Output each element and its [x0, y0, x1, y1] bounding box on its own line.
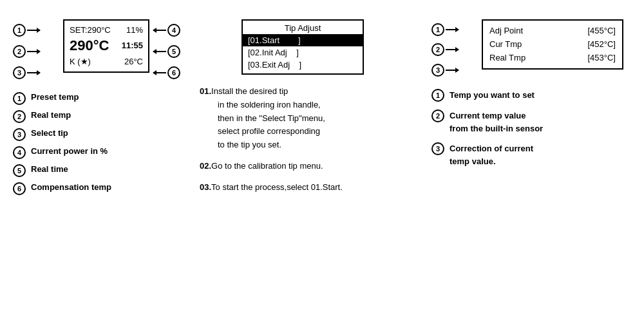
legend-label-2: Real temp: [31, 110, 71, 120]
preset-power: 11%: [126, 24, 143, 36]
arrow-left-4: [153, 30, 166, 31]
circle-1: 1: [13, 24, 26, 37]
right-arrow-item-1: 1: [431, 21, 460, 39]
arrow-left-5: [153, 51, 166, 52]
instructions: 01.Install the desired tip in the solder…: [193, 85, 412, 194]
right-left-arrows: 1 2 3: [431, 19, 460, 80]
instruction-2-line1: 02.Go to the calibration tip menu.: [200, 160, 412, 173]
right-legend-label-3: Correction of currenttemp value.: [450, 142, 533, 167]
right-arrow-item-3: 3: [431, 61, 460, 79]
right-circle-3: 3: [431, 64, 444, 77]
adj-row-1: Adj Point [455°C]: [489, 24, 616, 38]
adj-point-label: Adj Point: [489, 24, 523, 38]
legend-label-1: Preset temp: [31, 92, 79, 102]
tip-label: K (★): [70, 56, 91, 68]
preset-label: SET:290°C: [70, 24, 111, 36]
right-legend-label-1: Temp you want to set: [450, 89, 535, 102]
left-arrow-3: 3: [13, 64, 41, 82]
right-arrows: 4 5 6: [152, 19, 180, 83]
adj-row-2: Cur Tmp [452°C]: [489, 38, 616, 52]
adj-display-box: Adj Point [455°C] Cur Tmp [452°C] Real T…: [482, 19, 623, 70]
legend-circle-3: 3: [13, 128, 26, 141]
right-legend-list: 1 Temp you want to set 2 Current temp va…: [431, 89, 631, 167]
right-section: 1 2 3 Adj Point [455°C]: [412, 19, 631, 303]
legend-item-6: 6 Compensation temp: [13, 182, 180, 195]
tip-adjust-title: Tip Adjust: [243, 23, 363, 34]
right-legend-circle-1: 1: [431, 89, 444, 102]
right-arrow-5: 5: [152, 43, 180, 61]
real-time: 11:55: [122, 40, 143, 52]
legend-list: 1 Preset temp 2 Real temp 3 Select tip 4…: [13, 92, 180, 195]
arrow-left-6: [153, 72, 166, 73]
right-arrow-item-2: 2: [431, 41, 460, 59]
circle-2: 2: [13, 45, 26, 58]
real-tmp-val: [453°C]: [587, 52, 616, 65]
tip-adjust-item-3: [03.Exit Adj ]: [243, 59, 363, 71]
real-tmp-label: Real Tmp: [489, 52, 526, 65]
arrow-right-1: [27, 30, 40, 31]
right-legend-circle-3: 3: [431, 142, 444, 155]
right-circle-1: 1: [431, 23, 444, 36]
instruction-block-3: 03.To start the process,select 01.Start.: [200, 181, 412, 194]
display-row-real: 290°C 11:55: [70, 36, 143, 56]
cur-tmp-val: [452°C]: [587, 38, 616, 52]
instruction-block-2: 02.Go to the calibration tip menu.: [200, 160, 412, 173]
comp-temp: 26°C: [124, 56, 143, 68]
legend-item-4: 4 Current power in %: [13, 146, 180, 159]
right-arrow-4: 4: [152, 21, 180, 39]
left-arrows: 1 2 3: [13, 19, 41, 83]
legend-label-4: Current power in %: [31, 146, 108, 156]
legend-item-2: 2 Real temp: [13, 110, 180, 123]
legend-label-3: Select tip: [31, 128, 68, 138]
right-legend-circle-2: 2: [431, 109, 444, 122]
right-arrow-right-3: [446, 70, 459, 71]
circle-3: 3: [13, 66, 26, 79]
instruction-block-1: 01.Install the desired tip in the solder…: [200, 85, 412, 152]
right-legend-item-2: 2 Current temp valuefrom the built-in se…: [431, 109, 631, 135]
right-arrow-right-1: [446, 29, 459, 30]
right-legend-item-1: 1 Temp you want to set: [431, 89, 631, 102]
middle-section: Tip Adjust [01.Start ] [02.Init Adj ] [0…: [180, 19, 412, 303]
main-display-box: SET:290°C 11% 290°C 11:55 K (★) 26°C: [63, 19, 149, 73]
legend-circle-2: 2: [13, 110, 26, 123]
right-legend-item-3: 3 Correction of currenttemp value.: [431, 142, 631, 167]
right-circle-2: 2: [431, 43, 444, 56]
right-arrow-6: 6: [152, 64, 180, 82]
left-arrow-1: 1: [13, 21, 41, 39]
legend-item-5: 5 Real time: [13, 164, 180, 177]
legend-circle-4: 4: [13, 146, 26, 159]
instruction-1-line2: in the soldering iron handle,: [200, 99, 412, 112]
arrow-right-3: [27, 72, 40, 73]
right-arrow-right-2: [446, 49, 459, 50]
main-container: 1 2 3 SET:290°C 11% 290: [0, 0, 644, 322]
tip-adjust-item-1: [01.Start ]: [243, 34, 363, 46]
legend-label-5: Real time: [31, 164, 68, 174]
tip-adjust-item-2: [02.Init Adj ]: [243, 46, 363, 59]
instruction-1-line3: then in the "Select Tip"menu,: [200, 112, 412, 126]
circle-4: 4: [167, 24, 180, 37]
adj-row-3: Real Tmp [453°C]: [489, 52, 616, 65]
display-row-preset: SET:290°C 11%: [70, 24, 143, 36]
legend-label-6: Compensation temp: [31, 182, 111, 192]
adj-point-val: [455°C]: [587, 24, 616, 38]
tip-adjust-box: Tip Adjust [01.Start ] [02.Init Adj ] [0…: [242, 19, 364, 75]
right-legend-label-2: Current temp valuefrom the built-in sens…: [450, 109, 543, 135]
instruction-1-line5: to the tip you set.: [200, 138, 412, 152]
legend-item-3: 3 Select tip: [13, 128, 180, 141]
left-arrow-2: 2: [13, 43, 41, 61]
display-row-tip: K (★) 26°C: [70, 56, 143, 68]
legend-circle-6: 6: [13, 182, 26, 195]
display-with-arrows: 1 2 3 SET:290°C 11% 290: [13, 19, 180, 83]
cur-tmp-label: Cur Tmp: [489, 38, 522, 52]
left-section: 1 2 3 SET:290°C 11% 290: [13, 19, 180, 303]
circle-5: 5: [167, 45, 180, 58]
instruction-3-line1: 03.To start the process,select 01.Start.: [200, 181, 412, 194]
circle-6: 6: [167, 66, 180, 79]
legend-circle-5: 5: [13, 164, 26, 177]
real-temp: 290°C: [70, 36, 109, 56]
legend-circle-1: 1: [13, 92, 26, 105]
instruction-1-line1: 01.Install the desired tip: [200, 85, 412, 99]
instruction-1-line4: select profile corresponding: [200, 125, 412, 138]
adj-with-arrows: 1 2 3 Adj Point [455°C]: [431, 19, 631, 80]
arrow-right-2: [27, 51, 40, 52]
